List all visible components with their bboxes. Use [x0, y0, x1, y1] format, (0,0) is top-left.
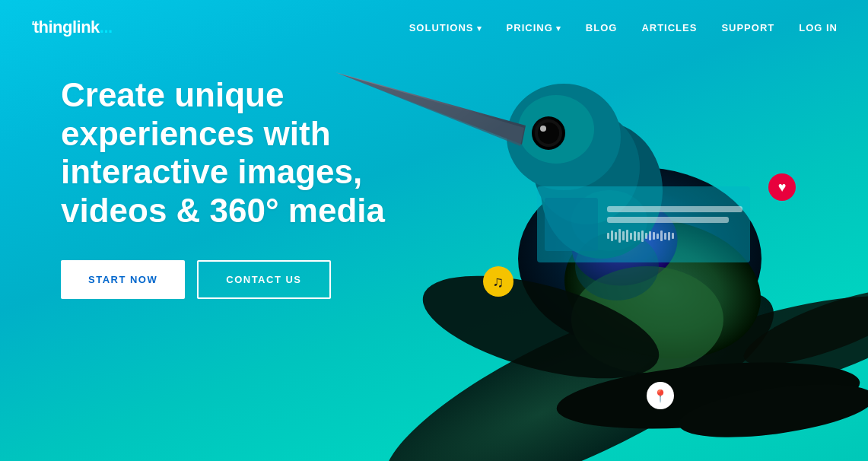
info-card-content [607, 206, 742, 243]
nav-item-blog[interactable]: BLOG [586, 21, 618, 34]
nav-link-blog[interactable]: BLOG [586, 22, 618, 33]
info-card-line-2 [607, 217, 729, 223]
nav-item-articles[interactable]: ARTICLES [641, 21, 697, 34]
nav-item-solutions[interactable]: SOLUTIONS [409, 21, 482, 34]
nav-item-pricing[interactable]: PRICING [507, 21, 561, 34]
svg-point-13 [540, 126, 546, 132]
nav-link-solutions[interactable]: SOLUTIONS [409, 22, 482, 33]
logo[interactable]: ''thinglinkthinglink... [30, 17, 113, 37]
nav-links: SOLUTIONS PRICING BLOG ARTICLES SUPPORT … [409, 21, 838, 34]
heart-icon: ♥ [778, 180, 787, 196]
hotspot-music[interactable]: ♫ [483, 266, 513, 297]
logo-text: ''thinglinkthinglink... [30, 17, 113, 37]
waveform [607, 229, 742, 243]
hero-content: Create unique experiences with interacti… [61, 76, 456, 299]
music-icon: ♫ [493, 273, 504, 291]
hero-section: ''thinglinkthinglink... SOLUTIONS PRICIN… [0, 0, 868, 461]
nav-link-pricing[interactable]: PRICING [507, 22, 561, 33]
hero-headline: Create unique experiences with interacti… [61, 76, 456, 230]
hero-buttons: START NOW CONTACT US [61, 260, 456, 299]
svg-point-12 [538, 122, 559, 144]
nav-item-login[interactable]: LOG IN [799, 21, 838, 34]
hotspot-heart[interactable]: ♥ [768, 173, 796, 201]
contact-us-button[interactable]: CONTACT US [197, 260, 330, 299]
main-navbar: ''thinglinkthinglink... SOLUTIONS PRICIN… [0, 3, 868, 52]
nav-item-support[interactable]: SUPPORT [721, 21, 774, 34]
nav-link-login[interactable]: LOG IN [799, 22, 838, 33]
info-card-line-1 [607, 206, 742, 212]
nav-link-support[interactable]: SUPPORT [721, 22, 774, 33]
location-icon: 📍 [653, 389, 668, 403]
nav-link-articles[interactable]: ARTICLES [641, 22, 697, 33]
info-card-thumbnail [545, 198, 598, 251]
info-card-overlay [537, 186, 750, 262]
start-now-button[interactable]: START NOW [61, 260, 185, 299]
hotspot-location[interactable]: 📍 [647, 382, 674, 409]
